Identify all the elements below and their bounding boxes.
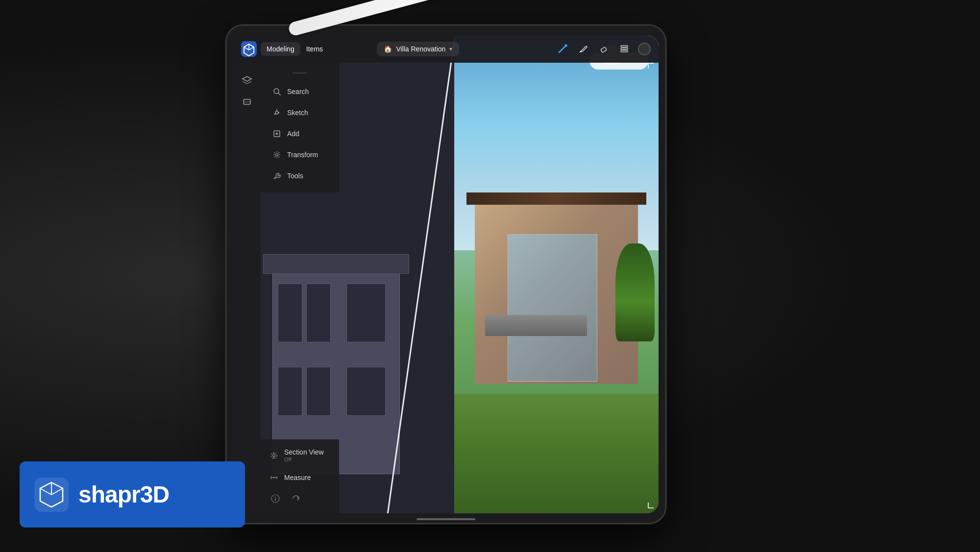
- measure-icon: [269, 472, 279, 483]
- project-button[interactable]: 🏠 Villa Renovation ▾: [377, 42, 459, 56]
- building-roof: [263, 254, 409, 274]
- add-label: Add: [287, 130, 299, 138]
- add-icon: [271, 128, 282, 139]
- svg-line-28: [274, 152, 275, 153]
- layers-button[interactable]: [617, 42, 631, 56]
- svg-rect-8: [601, 47, 607, 52]
- shapr3d-logo-icon: [34, 478, 69, 512]
- modeling-tab[interactable]: Modeling: [261, 42, 300, 56]
- search-menu-item[interactable]: Search: [264, 81, 336, 102]
- left-sidebar: [233, 63, 261, 513]
- section-view-label: Section View: [284, 448, 324, 456]
- svg-line-31: [274, 156, 275, 157]
- top-toolbar: Modeling Items 🏠 Villa Renovation ▾: [233, 35, 659, 63]
- window-lower-center: [306, 367, 331, 416]
- sidebar-stack-icon[interactable]: [237, 92, 257, 112]
- svg-line-5: [559, 46, 566, 52]
- house-rendered: [454, 131, 659, 394]
- measure-label: Measure: [284, 474, 311, 481]
- svg-point-42: [275, 497, 276, 498]
- svg-rect-11: [621, 50, 628, 52]
- window-upper-left: [278, 284, 302, 342]
- sketch-icon: [271, 107, 282, 118]
- left-panel: Search Sketch: [261, 63, 339, 192]
- panel-separator: [293, 72, 307, 73]
- ground: [454, 394, 659, 513]
- refresh-icon-btn[interactable]: [289, 492, 303, 505]
- window-upper-center: [306, 284, 331, 342]
- transform-icon: [271, 149, 282, 160]
- modeling-label: Modeling: [267, 45, 294, 53]
- info-icon-btn[interactable]: [269, 492, 282, 505]
- svg-line-29: [278, 156, 279, 157]
- sidebar-layers-icon[interactable]: [237, 71, 257, 90]
- items-tab[interactable]: Items: [300, 42, 329, 56]
- window-lower-right: [346, 367, 386, 416]
- tree-right: [615, 243, 655, 341]
- transform-label: Transform: [287, 151, 318, 159]
- transform-menu-item[interactable]: Transform: [264, 144, 336, 165]
- search-label: Search: [287, 88, 309, 96]
- svg-rect-10: [621, 48, 628, 49]
- eraser-tool-button[interactable]: [597, 42, 611, 56]
- rendered-view: [454, 35, 659, 513]
- items-label: Items: [306, 45, 323, 53]
- rendered-house-bg: [454, 35, 659, 513]
- right-tools: [556, 42, 651, 56]
- house-steps: [485, 315, 587, 336]
- tools-menu-item[interactable]: Tools: [264, 166, 336, 186]
- grid-corner-tl: [648, 63, 654, 69]
- ipad-screen: Modeling Items 🏠 Villa Renovation ▾: [233, 35, 659, 513]
- sketch-menu-item[interactable]: Sketch: [264, 102, 336, 123]
- chevron-down-icon: ▾: [449, 46, 452, 52]
- bottom-panel: Section View Off Measure: [261, 439, 339, 513]
- tools-label: Tools: [287, 172, 303, 180]
- svg-rect-9: [621, 46, 628, 47]
- grid-corner-bl: [648, 503, 654, 508]
- svg-marker-12: [243, 76, 251, 81]
- home-icon: 🏠: [384, 45, 392, 53]
- circle-button[interactable]: [638, 43, 651, 55]
- house-body: [475, 200, 638, 384]
- ipad-device: Modeling Items 🏠 Villa Renovation ▾: [225, 24, 666, 524]
- house-window-main: [508, 234, 597, 382]
- svg-line-16: [278, 93, 280, 95]
- pen-tool-button[interactable]: [556, 42, 569, 56]
- add-menu-item[interactable]: Add: [264, 123, 336, 144]
- section-view-status: Off: [284, 456, 324, 462]
- window-upper-right: [346, 284, 386, 342]
- window-lower-left: [278, 367, 302, 416]
- search-icon: [271, 86, 282, 97]
- house-overhang: [466, 192, 646, 205]
- app-icon[interactable]: [241, 41, 257, 57]
- svg-point-33: [273, 454, 275, 456]
- svg-point-6: [564, 45, 567, 47]
- pencil-tool-button[interactable]: [576, 42, 590, 56]
- svg-point-23: [276, 154, 278, 156]
- measure-item[interactable]: Measure: [261, 467, 339, 488]
- svg-line-30: [278, 152, 279, 153]
- tools-icon: [271, 170, 282, 181]
- sketch-label: Sketch: [287, 109, 308, 117]
- home-indicator: [416, 518, 475, 520]
- project-name: Villa Renovation: [396, 45, 445, 53]
- shapr3d-logo: shapr3D: [20, 461, 245, 528]
- section-view-icon: [269, 450, 279, 461]
- shapr3d-logo-text: shapr3D: [78, 481, 169, 508]
- section-view-item[interactable]: Section View Off: [261, 443, 339, 467]
